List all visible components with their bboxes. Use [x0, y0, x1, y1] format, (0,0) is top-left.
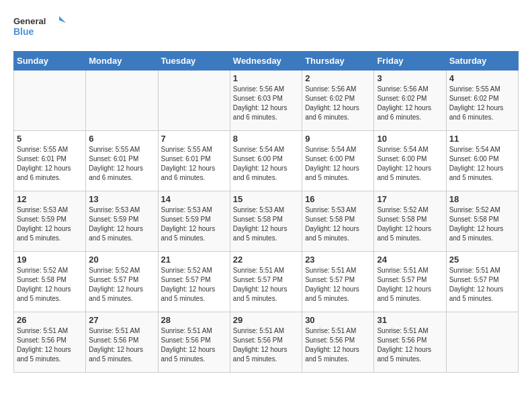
- logo: General Blue: [13, 13, 67, 40]
- day-info: Sunrise: 5:56 AM Sunset: 6:02 PM Dayligh…: [305, 85, 371, 122]
- day-number: 9: [305, 134, 371, 144]
- col-header-tuesday: Tuesday: [158, 52, 230, 71]
- day-number: 23: [305, 255, 371, 265]
- day-info: Sunrise: 5:51 AM Sunset: 5:57 PM Dayligh…: [449, 266, 515, 304]
- day-info: Sunrise: 5:55 AM Sunset: 6:01 PM Dayligh…: [89, 145, 154, 183]
- day-info: Sunrise: 5:55 AM Sunset: 6:01 PM Dayligh…: [17, 145, 83, 183]
- day-number: 11: [449, 134, 515, 144]
- calendar-cell: 29Sunrise: 5:51 AM Sunset: 5:56 PM Dayli…: [230, 312, 302, 373]
- calendar-cell: 18Sunrise: 5:52 AM Sunset: 5:58 PM Dayli…: [446, 191, 518, 252]
- day-info: Sunrise: 5:54 AM Sunset: 6:00 PM Dayligh…: [377, 145, 443, 183]
- day-info: Sunrise: 5:56 AM Sunset: 6:03 PM Dayligh…: [233, 85, 299, 122]
- logo-svg: General Blue: [13, 13, 67, 40]
- day-info: Sunrise: 5:51 AM Sunset: 5:56 PM Dayligh…: [17, 326, 83, 364]
- svg-marker-2: [59, 16, 66, 23]
- day-number: 1: [233, 73, 299, 83]
- day-number: 18: [449, 194, 515, 204]
- calendar-cell: 27Sunrise: 5:51 AM Sunset: 5:56 PM Dayli…: [86, 312, 158, 373]
- day-info: Sunrise: 5:51 AM Sunset: 5:57 PM Dayligh…: [305, 266, 371, 304]
- day-number: 7: [161, 134, 227, 144]
- calendar-cell: 13Sunrise: 5:53 AM Sunset: 5:59 PM Dayli…: [86, 191, 158, 252]
- col-header-friday: Friday: [374, 52, 446, 71]
- calendar-cell: 8Sunrise: 5:54 AM Sunset: 6:00 PM Daylig…: [230, 131, 302, 191]
- day-number: 20: [89, 255, 154, 265]
- calendar-cell: 26Sunrise: 5:51 AM Sunset: 5:56 PM Dayli…: [14, 312, 86, 373]
- calendar-cell: [158, 71, 230, 131]
- week-row-2: 12Sunrise: 5:53 AM Sunset: 5:59 PM Dayli…: [14, 191, 519, 252]
- calendar-table: SundayMondayTuesdayWednesdayThursdayFrid…: [13, 51, 519, 373]
- svg-text:Blue: Blue: [13, 26, 34, 37]
- day-number: 27: [89, 315, 154, 325]
- day-number: 24: [377, 255, 443, 265]
- calendar-cell: 19Sunrise: 5:52 AM Sunset: 5:58 PM Dayli…: [14, 252, 86, 312]
- header-row: SundayMondayTuesdayWednesdayThursdayFrid…: [14, 52, 519, 71]
- day-number: 15: [233, 194, 299, 204]
- calendar-cell: 21Sunrise: 5:52 AM Sunset: 5:57 PM Dayli…: [158, 252, 230, 312]
- calendar-cell: 25Sunrise: 5:51 AM Sunset: 5:57 PM Dayli…: [446, 252, 518, 312]
- calendar-cell: 15Sunrise: 5:53 AM Sunset: 5:58 PM Dayli…: [230, 191, 302, 252]
- calendar-cell: 24Sunrise: 5:51 AM Sunset: 5:57 PM Dayli…: [374, 252, 446, 312]
- calendar-cell: 2Sunrise: 5:56 AM Sunset: 6:02 PM Daylig…: [302, 71, 374, 131]
- day-info: Sunrise: 5:52 AM Sunset: 5:57 PM Dayligh…: [161, 266, 227, 304]
- day-info: Sunrise: 5:53 AM Sunset: 5:59 PM Dayligh…: [161, 205, 227, 243]
- day-info: Sunrise: 5:51 AM Sunset: 5:57 PM Dayligh…: [233, 266, 299, 304]
- day-number: 30: [305, 315, 371, 325]
- day-number: 4: [449, 73, 515, 83]
- week-row-4: 26Sunrise: 5:51 AM Sunset: 5:56 PM Dayli…: [14, 312, 519, 373]
- day-info: Sunrise: 5:51 AM Sunset: 5:56 PM Dayligh…: [305, 326, 371, 364]
- calendar-cell: 3Sunrise: 5:56 AM Sunset: 6:02 PM Daylig…: [374, 71, 446, 131]
- day-number: 13: [89, 194, 154, 204]
- day-info: Sunrise: 5:54 AM Sunset: 6:00 PM Dayligh…: [305, 145, 371, 183]
- day-info: Sunrise: 5:55 AM Sunset: 6:01 PM Dayligh…: [161, 145, 227, 183]
- day-info: Sunrise: 5:52 AM Sunset: 5:58 PM Dayligh…: [449, 205, 515, 243]
- col-header-sunday: Sunday: [14, 52, 86, 71]
- day-number: 26: [17, 315, 83, 325]
- day-info: Sunrise: 5:51 AM Sunset: 5:56 PM Dayligh…: [89, 326, 154, 364]
- day-info: Sunrise: 5:51 AM Sunset: 5:56 PM Dayligh…: [161, 326, 227, 364]
- calendar-cell: 7Sunrise: 5:55 AM Sunset: 6:01 PM Daylig…: [158, 131, 230, 191]
- day-number: 10: [377, 134, 443, 144]
- calendar-cell: 4Sunrise: 5:55 AM Sunset: 6:02 PM Daylig…: [446, 71, 518, 131]
- calendar-cell: 1Sunrise: 5:56 AM Sunset: 6:03 PM Daylig…: [230, 71, 302, 131]
- day-number: 5: [17, 134, 83, 144]
- calendar-cell: 20Sunrise: 5:52 AM Sunset: 5:57 PM Dayli…: [86, 252, 158, 312]
- day-info: Sunrise: 5:53 AM Sunset: 5:58 PM Dayligh…: [305, 205, 371, 243]
- calendar-cell: [14, 71, 86, 131]
- week-row-3: 19Sunrise: 5:52 AM Sunset: 5:58 PM Dayli…: [14, 252, 519, 312]
- day-number: 2: [305, 73, 371, 83]
- page-header: General Blue: [13, 13, 519, 40]
- day-number: 8: [233, 134, 299, 144]
- col-header-monday: Monday: [86, 52, 158, 71]
- calendar-cell: 16Sunrise: 5:53 AM Sunset: 5:58 PM Dayli…: [302, 191, 374, 252]
- calendar-cell: 14Sunrise: 5:53 AM Sunset: 5:59 PM Dayli…: [158, 191, 230, 252]
- day-info: Sunrise: 5:51 AM Sunset: 5:57 PM Dayligh…: [377, 266, 443, 304]
- calendar-cell: 6Sunrise: 5:55 AM Sunset: 6:01 PM Daylig…: [86, 131, 158, 191]
- svg-text:General: General: [13, 16, 46, 26]
- week-row-0: 1Sunrise: 5:56 AM Sunset: 6:03 PM Daylig…: [14, 71, 519, 131]
- col-header-saturday: Saturday: [446, 52, 518, 71]
- calendar-cell: 17Sunrise: 5:52 AM Sunset: 5:58 PM Dayli…: [374, 191, 446, 252]
- calendar-cell: 31Sunrise: 5:51 AM Sunset: 5:56 PM Dayli…: [374, 312, 446, 373]
- day-number: 29: [233, 315, 299, 325]
- day-number: 17: [377, 194, 443, 204]
- day-info: Sunrise: 5:52 AM Sunset: 5:57 PM Dayligh…: [89, 266, 154, 304]
- calendar-cell: [86, 71, 158, 131]
- calendar-cell: 10Sunrise: 5:54 AM Sunset: 6:00 PM Dayli…: [374, 131, 446, 191]
- day-number: 3: [377, 73, 443, 83]
- day-info: Sunrise: 5:54 AM Sunset: 6:00 PM Dayligh…: [233, 145, 299, 183]
- calendar-cell: 5Sunrise: 5:55 AM Sunset: 6:01 PM Daylig…: [14, 131, 86, 191]
- day-number: 16: [305, 194, 371, 204]
- day-number: 22: [233, 255, 299, 265]
- week-row-1: 5Sunrise: 5:55 AM Sunset: 6:01 PM Daylig…: [14, 131, 519, 191]
- day-info: Sunrise: 5:53 AM Sunset: 5:59 PM Dayligh…: [17, 205, 83, 243]
- day-number: 12: [17, 194, 83, 204]
- calendar-cell: 22Sunrise: 5:51 AM Sunset: 5:57 PM Dayli…: [230, 252, 302, 312]
- day-info: Sunrise: 5:52 AM Sunset: 5:58 PM Dayligh…: [17, 266, 83, 304]
- day-info: Sunrise: 5:51 AM Sunset: 5:56 PM Dayligh…: [233, 326, 299, 364]
- day-info: Sunrise: 5:53 AM Sunset: 5:59 PM Dayligh…: [89, 205, 154, 243]
- col-header-thursday: Thursday: [302, 52, 374, 71]
- col-header-wednesday: Wednesday: [230, 52, 302, 71]
- calendar-cell: 9Sunrise: 5:54 AM Sunset: 6:00 PM Daylig…: [302, 131, 374, 191]
- day-info: Sunrise: 5:55 AM Sunset: 6:02 PM Dayligh…: [449, 85, 515, 122]
- day-info: Sunrise: 5:53 AM Sunset: 5:58 PM Dayligh…: [233, 205, 299, 243]
